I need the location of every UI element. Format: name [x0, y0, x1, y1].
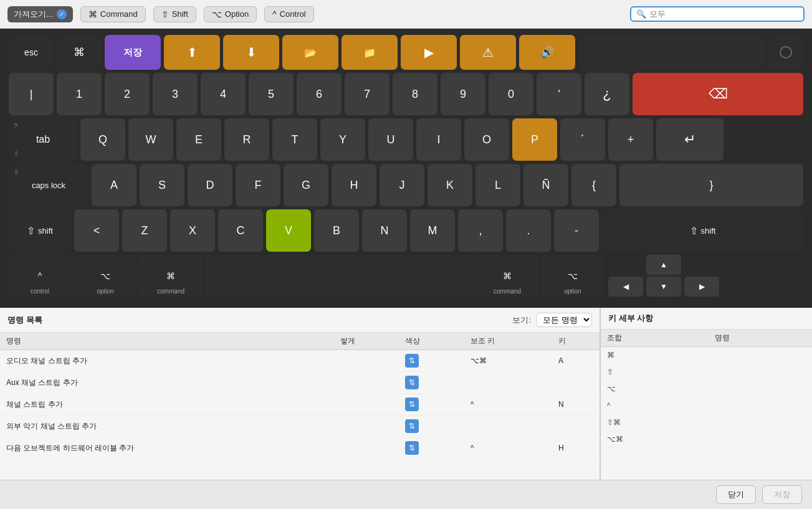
key-n[interactable]: N	[362, 209, 407, 252]
key-b[interactable]: B	[314, 209, 359, 252]
shift-modifier[interactable]: ⇧ Shift	[153, 6, 196, 22]
key-shift-left[interactable]: ⇧ shift	[9, 209, 71, 252]
key-9[interactable]: 9	[441, 73, 485, 115]
key-inverted-question[interactable]: ¿	[585, 73, 629, 115]
key-0[interactable]: 0	[489, 73, 533, 115]
color-picker-btn[interactable]: ⇅	[405, 376, 419, 389]
key-tab[interactable]: tab ? ⇧	[9, 118, 77, 161]
search-input[interactable]	[649, 9, 798, 19]
key-minus[interactable]: -	[554, 209, 599, 252]
key-arrow-down[interactable]: ▼	[646, 277, 681, 297]
key-f[interactable]: F	[236, 164, 280, 206]
key-z[interactable]: Z	[122, 209, 167, 252]
key-save[interactable]: 저장	[105, 35, 161, 70]
key-l[interactable]: L	[475, 164, 520, 206]
key-f3[interactable]: ⬆	[164, 35, 220, 70]
key-arrow-up[interactable]: ▲	[646, 255, 681, 275]
key-j[interactable]: J	[380, 164, 424, 206]
command-modifier[interactable]: ⌘ Command	[80, 6, 146, 22]
key-f7[interactable]: ▶	[401, 35, 457, 70]
key-circle[interactable]	[768, 35, 803, 70]
bring-button[interactable]: 가져오기... ✓	[7, 6, 73, 22]
key-ntilde[interactable]: Ñ	[523, 164, 568, 206]
cmd-detail-cell	[709, 431, 812, 448]
key-shift-right[interactable]: ⇧ shift	[602, 209, 803, 252]
key-i[interactable]: I	[416, 118, 461, 161]
key-g[interactable]: G	[284, 164, 328, 206]
key-f5[interactable]: 📂	[282, 35, 338, 70]
key-x[interactable]: X	[170, 209, 215, 252]
key-backtick[interactable]: ´	[560, 118, 605, 161]
key-c[interactable]: C	[218, 209, 263, 252]
key-r[interactable]: R	[224, 118, 269, 161]
key-a[interactable]: A	[92, 164, 136, 206]
key-enter[interactable]: ↵	[656, 118, 724, 161]
key-cmd-sym[interactable]: ⌘	[57, 35, 102, 70]
key-arrow-left[interactable]: ◀	[608, 277, 643, 297]
key-less[interactable]: <	[74, 209, 119, 252]
key-f10[interactable]	[578, 35, 765, 70]
key-u[interactable]: U	[368, 118, 413, 161]
key-plus[interactable]: +	[608, 118, 653, 161]
color-picker-btn[interactable]: ⇅	[405, 441, 419, 455]
key-w[interactable]: W	[128, 118, 173, 161]
command-right-label: command	[494, 288, 521, 295]
key-arrow-right[interactable]: ▶	[684, 277, 719, 297]
key-caps-lock[interactable]: caps lock ⇧	[9, 164, 88, 206]
key-f8[interactable]: ⚠	[460, 35, 516, 70]
close-button[interactable]: 닫기	[716, 485, 756, 504]
key-p[interactable]: P	[512, 118, 557, 161]
number-row: | 1 2 3 4 5 6 7 8 9 0 ' ¿ ⌫	[9, 73, 803, 115]
key-f9[interactable]: 🔊	[519, 35, 575, 70]
key-s[interactable]: S	[140, 164, 184, 206]
key-period[interactable]: .	[506, 209, 551, 252]
key-h[interactable]: H	[332, 164, 376, 206]
col-color: 색상	[399, 333, 464, 350]
save-button[interactable]: 저장	[762, 485, 802, 504]
cell-stack	[334, 416, 399, 437]
key-command-left[interactable]: ⌘ command	[140, 255, 202, 297]
key-7[interactable]: 7	[345, 73, 389, 115]
table-row[interactable]: Aux 채널 스트립 추가 ⇅	[0, 372, 599, 394]
key-option-right[interactable]: ⌥ option	[542, 255, 604, 297]
key-open-brace[interactable]: {	[571, 164, 616, 206]
key-m[interactable]: M	[410, 209, 455, 252]
key-backspace[interactable]: ⌫	[633, 73, 803, 115]
key-8[interactable]: 8	[393, 73, 437, 115]
key-f4[interactable]: ⬇	[223, 35, 279, 70]
color-picker-btn[interactable]: ⇅	[405, 419, 419, 433]
key-2[interactable]: 2	[105, 73, 150, 115]
key-command-right[interactable]: ⌘ command	[476, 255, 538, 297]
key-control[interactable]: ^ control	[9, 255, 71, 297]
key-3[interactable]: 3	[153, 73, 198, 115]
key-y[interactable]: Y	[320, 118, 365, 161]
key-close-brace[interactable]: }	[619, 164, 803, 206]
key-space[interactable]	[205, 255, 473, 297]
key-1[interactable]: 1	[57, 73, 102, 115]
table-row[interactable]: 오디오 채널 스트립 추가 ⇅ ⌥⌘ A	[0, 350, 599, 372]
key-t[interactable]: T	[272, 118, 317, 161]
key-d[interactable]: D	[188, 164, 232, 206]
key-6[interactable]: 6	[297, 73, 342, 115]
table-row[interactable]: 외부 악기 채널 스트립 추가 ⇅	[0, 416, 599, 437]
key-v[interactable]: V	[266, 209, 311, 252]
table-row[interactable]: 채널 스트립 추가 ⇅ ^ N	[0, 394, 599, 416]
key-e[interactable]: E	[176, 118, 221, 161]
color-picker-btn[interactable]: ⇅	[405, 354, 419, 368]
control-modifier[interactable]: ^ Control	[264, 6, 314, 22]
key-4[interactable]: 4	[201, 73, 246, 115]
key-q[interactable]: Q	[80, 118, 125, 161]
key-pipe[interactable]: |	[9, 73, 54, 115]
key-esc[interactable]: esc	[9, 35, 54, 70]
key-quote[interactable]: '	[537, 73, 581, 115]
key-o[interactable]: O	[464, 118, 509, 161]
option-modifier[interactable]: ⌥ Option	[204, 6, 257, 22]
key-option-left[interactable]: ⌥ option	[74, 255, 136, 297]
key-5[interactable]: 5	[249, 73, 294, 115]
view-select[interactable]: 모든 명령	[536, 313, 592, 327]
table-row[interactable]: 다음 오브젝트에 하드웨어 레이블 추가 ⇅ ^ H	[0, 437, 599, 459]
key-f6[interactable]: 📁	[342, 35, 398, 70]
key-comma[interactable]: ,	[458, 209, 503, 252]
key-k[interactable]: K	[427, 164, 472, 206]
color-picker-btn[interactable]: ⇅	[405, 397, 419, 411]
